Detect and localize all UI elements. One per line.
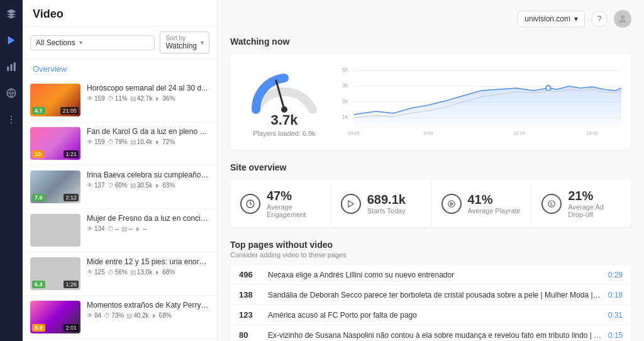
rail-globe-icon[interactable] (4, 86, 19, 101)
stat-views: 👁134 (87, 225, 105, 232)
overview-label: Starts Today (367, 207, 406, 215)
svg-text:5K: 5K (342, 67, 348, 73)
svg-point-7 (11, 122, 12, 123)
stat-playrate: ⏵36% (155, 95, 175, 102)
stat-engagement: ⏱-- (108, 225, 119, 232)
page-row[interactable]: 496 Necaxa elige a Andrés Lillini como s… (230, 265, 631, 285)
svg-text:3K: 3K (342, 82, 348, 89)
stat-views: 👁159 (87, 138, 105, 145)
line-chart: 5K 3K 2K 1K (341, 64, 621, 140)
overview-icon-play (341, 194, 361, 214)
sort-selector[interactable]: Sort by Watching ▾ (160, 31, 209, 53)
stat-starts: ▤40.2k (126, 312, 148, 319)
chart-container: 5K 3K 2K 1K (341, 64, 621, 140)
stat-playrate: ⏵68% (152, 312, 172, 319)
overview-card: 689.1k Starts Today (331, 180, 431, 227)
video-item[interactable]: 2:12 7.6 Irina Baeva celebra su cumpleañ… (23, 165, 217, 209)
video-item[interactable]: Mujer de Fresno da a luz en concie... 👁1… (23, 209, 217, 252)
top-pages-subtitle: Consider adding video to these pages (230, 251, 631, 259)
sidebar-nav: Overview (23, 59, 217, 79)
page-duration: 0:29 (608, 271, 623, 279)
duration-badge: 1:26 (64, 281, 79, 288)
sidebar: Video All Sections ▾ Sort by Watching ▾ … (23, 0, 218, 341)
page-row[interactable]: 80 Ex-vizinho de Susana Naspolini não co… (230, 325, 631, 341)
video-item[interactable]: 1:26 6.3 Mide entre 12 y 15 pies: una en… (23, 252, 217, 296)
overview-pct: 41% (468, 193, 521, 207)
svg-text:12:00: 12:00 (513, 130, 525, 136)
video-thumbnail (30, 214, 80, 247)
sidebar-controls: All Sections ▾ Sort by Watching ▾ (23, 26, 217, 59)
stat-playrate: ⏵63% (155, 182, 175, 189)
page-count: 80 (239, 330, 262, 340)
score-badge: 10 (32, 150, 43, 158)
left-rail (0, 0, 23, 341)
overview-link[interactable]: Overview (33, 64, 67, 74)
video-info: Horóscopo semanal del 24 al 30 d... 👁159… (87, 84, 209, 102)
video-stats: 👁159 ⏱11% ▤42.7k ⏵36% (87, 95, 209, 102)
video-title: Momentos extraños de Katy Perry e... (87, 301, 209, 310)
video-thumbnail: 2:01 8.9 (30, 301, 80, 333)
page-duration: 0:15 (608, 331, 623, 340)
pages-list: 496 Necaxa elige a Andrés Lillini como s… (230, 265, 631, 341)
stat-views: 👁84 (87, 312, 101, 319)
section-filter-chevron: ▾ (79, 39, 82, 46)
stat-engagement: ⏱11% (108, 95, 128, 102)
video-item[interactable]: 21:05 4.7 Horóscopo semanal del 24 al 30… (23, 79, 217, 122)
overview-cards: 47% Average Engagement 689.1k Starts Tod… (230, 180, 631, 227)
video-list: 21:05 4.7 Horóscopo semanal del 24 al 30… (23, 79, 217, 341)
rail-chart-icon[interactable] (4, 59, 19, 74)
domain-selector[interactable]: univision.com ▾ (518, 11, 585, 27)
watching-card: 3.7k Players loaded: 6.9k 5K 3K 2K 1K (230, 54, 631, 150)
svg-rect-3 (14, 62, 16, 71)
video-info: Mujer de Fresno da a luz en concie... 👁1… (87, 214, 209, 232)
overview-card: $ 21% Average Ad Drop-off (531, 180, 631, 227)
svg-text:18:00: 18:00 (586, 130, 598, 136)
duration-badge: 1:21 (64, 150, 79, 158)
svg-text:1K: 1K (342, 114, 348, 120)
overview-label: Average Playrate (468, 207, 521, 215)
svg-text:$: $ (550, 201, 553, 206)
overview-pct: 689.1k (367, 193, 406, 207)
top-pages-title: Top pages without video (230, 240, 631, 250)
video-item[interactable]: 1:21 10 Fan de Karol G da a luz en pleno… (23, 122, 217, 165)
video-stats: 👁84 ⏱73% ▤40.2k ⏵68% (87, 312, 209, 319)
top-pages-section: Top pages without video Consider adding … (230, 240, 631, 341)
svg-text:2K: 2K (342, 98, 348, 104)
overview-card: 47% Average Engagement (230, 180, 331, 227)
score-badge: 4.7 (32, 107, 45, 115)
overview-card: 41% Average Playrate (431, 180, 532, 227)
video-thumbnail: 1:26 6.3 (30, 257, 80, 290)
video-item[interactable]: 2:01 8.9 Momentos extraños de Katy Perry… (23, 296, 217, 339)
gauge-value: 3.7k (271, 112, 298, 128)
video-thumbnail: 1:21 10 (30, 127, 80, 160)
video-title: Irina Baeva celebra su cumpleaños ... (87, 170, 209, 179)
gauge-container: 3.7k Players loaded: 6.9k (240, 64, 328, 137)
page-row[interactable]: 123 América acusó al FC Porto por falta … (230, 305, 631, 325)
main-content: univision.com ▾ ? Watching now 3 (218, 0, 644, 341)
duration-badge: 2:01 (64, 324, 79, 332)
score-badge: 8.9 (32, 324, 45, 332)
video-thumbnail: 21:05 4.7 (30, 84, 80, 116)
score-badge: 7.6 (32, 194, 45, 201)
svg-rect-2 (11, 64, 13, 71)
overview-icon-clock (240, 194, 260, 214)
page-duration: 0:31 (608, 311, 623, 320)
help-button[interactable]: ? (591, 11, 608, 27)
avatar[interactable] (614, 10, 631, 28)
svg-point-19 (546, 86, 550, 91)
gauge-sub: Players loaded: 6.9k (253, 130, 316, 137)
stat-engagement: ⏱73% (104, 312, 124, 319)
page-row[interactable]: 138 Sandália de Deborah Secco parece ter… (230, 285, 631, 305)
gauge-svg (243, 64, 325, 115)
stat-starts: ▤-- (121, 225, 133, 232)
video-info: Mide entre 12 y 15 pies: una enorm... 👁1… (87, 257, 209, 276)
duration-badge: 2:12 (64, 194, 79, 201)
rail-logo-icon[interactable] (4, 6, 19, 21)
overview-title: Site overview (230, 162, 631, 172)
section-filter[interactable]: All Sections ▾ (30, 35, 155, 50)
overview-label: Average Ad Drop-off (568, 203, 621, 218)
rail-more-icon[interactable] (4, 112, 19, 127)
page-count: 123 (239, 310, 262, 320)
overview-label: Average Engagement (267, 203, 320, 218)
rail-video-icon[interactable] (4, 33, 19, 48)
